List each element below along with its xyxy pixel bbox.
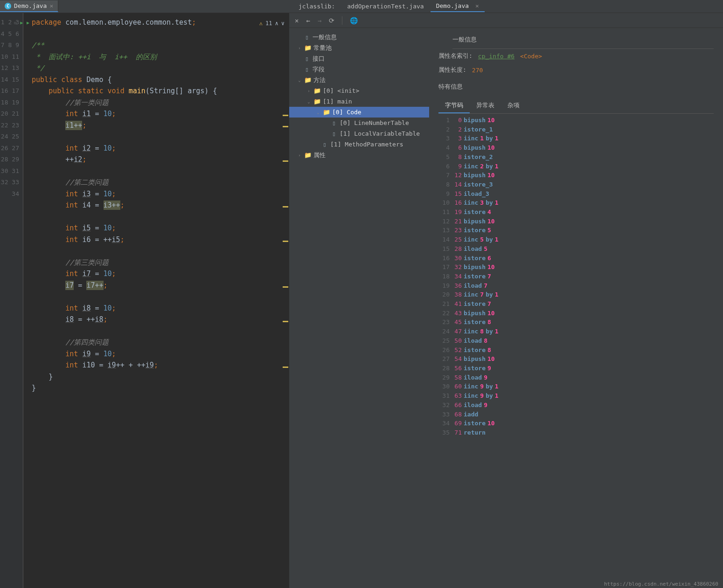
line-number-gutter: 1 2 3 4 5 6 7 8 9 10 11 12 13 14 15 16 1…	[0, 13, 23, 588]
bytecode-row[interactable]: 35 71 return	[440, 428, 712, 437]
bytecode-row[interactable]: 17 32 bipush 10	[440, 263, 712, 272]
forward-icon[interactable]: →	[318, 17, 321, 24]
bytecode-row[interactable]: 28 56 istore 9	[440, 364, 712, 373]
editor-panel: C Demo.java × 1 2 3 4 5 6 7 8 9 10 11 12…	[0, 0, 289, 588]
bytecode-row[interactable]: 26 52 istore 8	[440, 346, 712, 355]
code-editor[interactable]: 1 2 3 4 5 6 7 8 9 10 11 12 13 14 15 16 1…	[0, 13, 289, 588]
code-content[interactable]: package com.lemon.employee.common.test; …	[23, 13, 289, 588]
tab-bytecode[interactable]: 字节码	[438, 98, 470, 113]
jclasslib-label: jclasslib:	[293, 1, 341, 12]
cpinfo-link[interactable]: cp_info #6	[478, 53, 514, 60]
bytecode-row[interactable]: 14 25 iinc 5 by 1	[440, 235, 712, 244]
bytecode-row[interactable]: 7 12 bipush 10	[440, 171, 712, 180]
warning-count: 11	[265, 18, 272, 29]
back-icon[interactable]: ←	[306, 17, 310, 24]
warning-icon: ⚠	[259, 18, 263, 29]
tree-method-init[interactable]: ›📁[0] <init>	[289, 85, 429, 96]
bytecode-row[interactable]: 11 19 istore 4	[440, 208, 712, 217]
jclasslib-body: ▯一般信息 ›📁常量池 ▯接口 ▯字段 ⌄📁方法 ›📁[0] <init> ⌄📁…	[289, 28, 723, 588]
bytecode-row[interactable]: 24 47 iinc 8 by 1	[440, 327, 712, 336]
bytecode-row[interactable]: 5 8 istore_2	[440, 152, 712, 162]
tree-line-number-table[interactable]: ▯[0] LineNumberTable	[289, 118, 429, 128]
bytecode-row[interactable]: 25 50 iload 8	[440, 336, 712, 346]
bytecode-row[interactable]: 21 41 istore 7	[440, 299, 712, 309]
jclasslib-toolbar: ✕ ← → ⟳ 🌐	[289, 13, 723, 28]
bytecode-row[interactable]: 6 9 iinc 2 by 1	[440, 162, 712, 171]
bytecode-row[interactable]: 2 2 istore_1	[440, 125, 712, 134]
nav-up-icon[interactable]: ∧	[275, 18, 278, 29]
tab-label: Demo.java	[14, 2, 47, 9]
tree-fields[interactable]: ▯字段	[289, 64, 429, 75]
inspection-bar[interactable]: ⚠ 11 ∧ ∨	[259, 18, 285, 29]
bytecode-tabs: 字节码 异常表 杂项	[438, 98, 714, 114]
class-icon: C	[5, 3, 11, 9]
bytecode-row[interactable]: 4 6 bipush 10	[440, 143, 712, 152]
bytecode-row[interactable]: 32 66 iload 9	[440, 401, 712, 410]
bytecode-row[interactable]: 31 63 iinc 9 by 1	[440, 391, 712, 401]
bytecode-row[interactable]: 33 68 iadd	[440, 410, 712, 419]
bytecode-row[interactable]: 13 23 istore 5	[440, 226, 712, 235]
tree-interfaces[interactable]: ▯接口	[289, 53, 429, 64]
close-icon[interactable]: ✕	[295, 17, 299, 24]
tab-misc[interactable]: 杂项	[501, 98, 526, 113]
tab-addoperation[interactable]: addOperationTest.java	[341, 1, 429, 12]
watermark: https://blog.csdn.net/weixin_43860260	[604, 581, 718, 587]
tree-method-main[interactable]: ⌄📁[1] main	[289, 96, 429, 107]
bytecode-row[interactable]: 1 0 bipush 10	[440, 116, 712, 125]
class-structure-tree[interactable]: ▯一般信息 ›📁常量池 ▯接口 ▯字段 ⌄📁方法 ›📁[0] <init> ⌄📁…	[289, 28, 429, 588]
bytecode-row[interactable]: 12 21 bipush 10	[440, 217, 712, 226]
bytecode-row[interactable]: 27 54 bipush 10	[440, 354, 712, 364]
bytecode-row[interactable]: 10 16 iinc 3 by 1	[440, 198, 712, 208]
bytecode-row[interactable]: 30 60 iinc 9 by 1	[440, 382, 712, 391]
detail-panel: 一般信息 属性名索引: cp_info #6 <Code> 属性长度: 270 …	[429, 28, 723, 588]
bytecode-row[interactable]: 34 69 istore 10	[440, 419, 712, 428]
bytecode-listing[interactable]: 1 0 bipush 102 2 istore_13 3 iinc 1 by 1…	[438, 114, 714, 582]
editor-tab-bar: C Demo.java ×	[0, 0, 289, 13]
special-info-label: 特有信息	[438, 77, 714, 93]
bytecode-row[interactable]: 29 58 iload 9	[440, 373, 712, 382]
bytecode-row[interactable]: 9 15 iload_3	[440, 189, 712, 199]
close-icon[interactable]: ×	[49, 2, 53, 9]
bytecode-row[interactable]: 23 45 istore 8	[440, 318, 712, 327]
detail-header: 一般信息	[452, 34, 714, 49]
tree-code-attribute[interactable]: ⌄📁[0] Code	[289, 107, 429, 118]
bytecode-row[interactable]: 18 34 istore 7	[440, 272, 712, 281]
tree-methods[interactable]: ⌄📁方法	[289, 75, 429, 85]
close-icon[interactable]: ×	[475, 2, 479, 9]
jclasslib-panel: jclasslib: addOperationTest.java Demo.ja…	[289, 0, 723, 588]
nav-down-icon[interactable]: ∨	[281, 18, 285, 29]
jclasslib-tab-bar: jclasslib: addOperationTest.java Demo.ja…	[289, 0, 723, 13]
globe-icon[interactable]: 🌐	[350, 17, 358, 24]
bytecode-row[interactable]: 15 28 iload 5	[440, 244, 712, 254]
editor-tab-demo[interactable]: C Demo.java ×	[0, 0, 58, 12]
tree-local-variable-table[interactable]: ▯[1] LocalVariableTable	[289, 128, 429, 139]
tab-demo[interactable]: Demo.java ×	[431, 0, 485, 12]
bytecode-row[interactable]: 19 36 iload 7	[440, 281, 712, 291]
tree-method-parameters[interactable]: ▯[1] MethodParameters	[289, 139, 429, 150]
bytecode-row[interactable]: 8 14 istore_3	[440, 180, 712, 189]
attr-length-row: 属性长度: 270	[438, 63, 714, 77]
tree-constant-pool[interactable]: ›📁常量池	[289, 42, 429, 53]
tab-exception-table[interactable]: 异常表	[470, 98, 501, 113]
bytecode-row[interactable]: 3 3 iinc 1 by 1	[440, 134, 712, 143]
bytecode-row[interactable]: 20 38 iinc 7 by 1	[440, 290, 712, 299]
tree-general-info[interactable]: ▯一般信息	[289, 32, 429, 42]
attr-name-index-row: 属性名索引: cp_info #6 <Code>	[438, 49, 714, 63]
refresh-icon[interactable]: ⟳	[329, 17, 334, 24]
tree-attributes[interactable]: ›📁属性	[289, 150, 429, 160]
bytecode-row[interactable]: 16 30 istore 6	[440, 254, 712, 263]
bytecode-row[interactable]: 22 43 bipush 10	[440, 309, 712, 318]
